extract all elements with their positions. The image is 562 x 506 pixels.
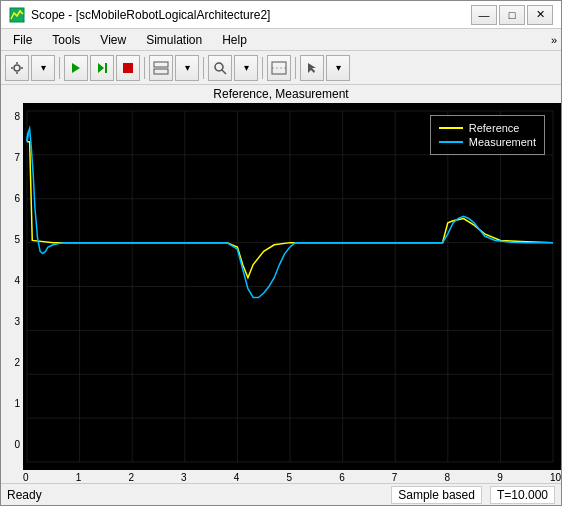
- sample-based-label: Sample based: [391, 486, 482, 504]
- x-label-1: 1: [76, 472, 82, 483]
- cursor-dropdown[interactable]: ▾: [326, 55, 350, 81]
- legend-line-measurement: [439, 141, 463, 143]
- start-button[interactable]: [64, 55, 88, 81]
- y-label-0: 0: [14, 439, 23, 450]
- chart-area[interactable]: Reference Measurement: [23, 103, 561, 470]
- legend-line-reference: [439, 127, 463, 129]
- sep1: [59, 57, 60, 79]
- sep5: [295, 57, 296, 79]
- cursor-button[interactable]: [300, 55, 324, 81]
- y-label-2: 2: [14, 357, 23, 368]
- svg-rect-4: [105, 63, 107, 73]
- zoom-button[interactable]: [208, 55, 232, 81]
- title-bar-controls: — □ ✕: [471, 5, 553, 25]
- collapse-arrow[interactable]: »: [551, 34, 557, 46]
- menu-bar: File Tools View Simulation Help »: [1, 29, 561, 51]
- status-ready: Ready: [7, 488, 42, 502]
- menu-simulation[interactable]: Simulation: [138, 31, 210, 49]
- menu-view[interactable]: View: [92, 31, 134, 49]
- y-label-6: 6: [14, 193, 23, 204]
- legend: Reference Measurement: [430, 115, 545, 155]
- main-chart: [23, 103, 561, 470]
- y-label-3: 3: [14, 316, 23, 327]
- main-window: Scope - [scMobileRobotLogicalArchitectur…: [0, 0, 562, 506]
- sep2: [144, 57, 145, 79]
- sep3: [203, 57, 204, 79]
- svg-rect-5: [123, 63, 133, 73]
- x-label-5: 5: [286, 472, 292, 483]
- maximize-button[interactable]: □: [499, 5, 525, 25]
- window-title: Scope - [scMobileRobotLogicalArchitectur…: [31, 8, 270, 22]
- legend-label-reference: Reference: [469, 122, 520, 134]
- y-label-4: 4: [14, 275, 23, 286]
- step-fwd-button[interactable]: [90, 55, 114, 81]
- x-label-2: 2: [128, 472, 134, 483]
- y-label-8: 8: [14, 111, 23, 122]
- y-label-1: 1: [14, 398, 23, 409]
- axes-button[interactable]: [267, 55, 291, 81]
- legend-item-measurement: Measurement: [439, 136, 536, 148]
- x-label-8: 8: [445, 472, 451, 483]
- plot-title: Reference, Measurement: [1, 85, 561, 103]
- stop-button[interactable]: [116, 55, 140, 81]
- layout-dropdown[interactable]: ▾: [175, 55, 199, 81]
- svg-line-9: [222, 70, 226, 74]
- svg-rect-6: [154, 62, 168, 67]
- settings-dropdown[interactable]: ▾: [31, 55, 55, 81]
- menu-file[interactable]: File: [5, 31, 40, 49]
- x-label-4: 4: [234, 472, 240, 483]
- status-bar: Ready Sample based T=10.000: [1, 483, 561, 505]
- toolbar: ▾ ▾ ▾: [1, 51, 561, 85]
- status-right: Sample based T=10.000: [391, 486, 555, 504]
- x-label-3: 3: [181, 472, 187, 483]
- svg-point-1: [14, 65, 20, 71]
- title-bar: Scope - [scMobileRobotLogicalArchitectur…: [1, 1, 561, 29]
- menu-tools[interactable]: Tools: [44, 31, 88, 49]
- x-axis-labels: 0 1 2 3 4 5 6 7 8 9 10: [23, 470, 561, 483]
- legend-item-reference: Reference: [439, 122, 536, 134]
- svg-marker-3: [98, 63, 104, 73]
- sep4: [262, 57, 263, 79]
- svg-marker-2: [72, 63, 80, 73]
- x-axis: 0 1 2 3 4 5 6 7 8 9 10: [23, 470, 561, 483]
- menu-help[interactable]: Help: [214, 31, 255, 49]
- x-label-0: 0: [23, 472, 29, 483]
- minimize-button[interactable]: —: [471, 5, 497, 25]
- x-label-7: 7: [392, 472, 398, 483]
- x-label-9: 9: [497, 472, 503, 483]
- x-label-6: 6: [339, 472, 345, 483]
- legend-label-measurement: Measurement: [469, 136, 536, 148]
- app-icon: [9, 7, 25, 23]
- y-label-7: 7: [14, 152, 23, 163]
- y-label-5: 5: [14, 234, 23, 245]
- svg-rect-10: [272, 62, 286, 74]
- svg-rect-7: [154, 69, 168, 74]
- time-label: T=10.000: [490, 486, 555, 504]
- svg-point-8: [215, 63, 223, 71]
- settings-button[interactable]: [5, 55, 29, 81]
- title-bar-left: Scope - [scMobileRobotLogicalArchitectur…: [9, 7, 270, 23]
- y-axis: 8 7 6 5 4 3 2 1 0: [1, 103, 23, 470]
- layout-button[interactable]: [149, 55, 173, 81]
- zoom-dropdown[interactable]: ▾: [234, 55, 258, 81]
- x-label-10: 10: [550, 472, 561, 483]
- close-button[interactable]: ✕: [527, 5, 553, 25]
- plot-area: 8 7 6 5 4 3 2 1 0 Reference Measure: [1, 103, 561, 470]
